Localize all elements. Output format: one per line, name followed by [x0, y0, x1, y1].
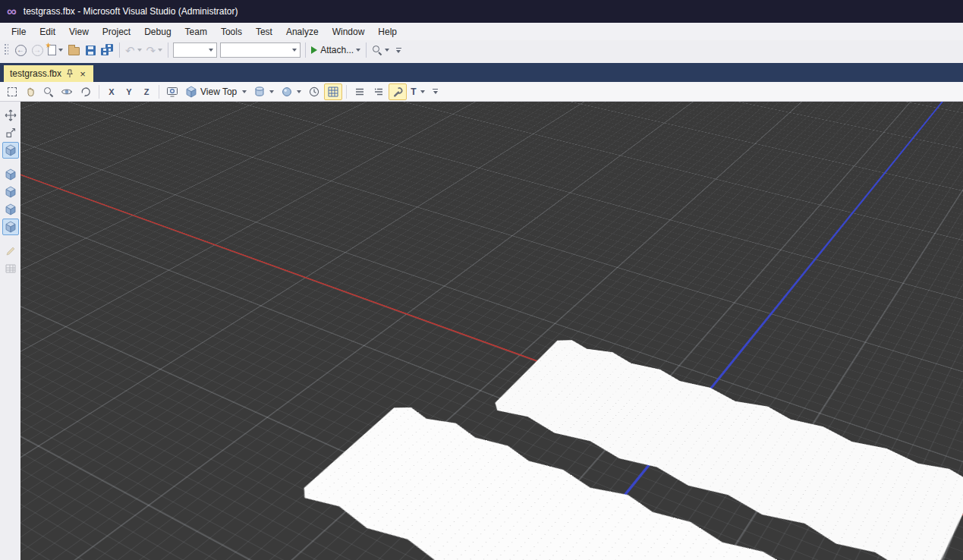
- indent-list-button[interactable]: [370, 83, 388, 100]
- chevron-down-icon: [356, 49, 360, 52]
- ground-grid: [20, 102, 963, 161]
- menu-project[interactable]: Project: [96, 23, 137, 40]
- vs-window: ∞ testgrass.fbx - Microsoft Visual Studi…: [0, 0, 963, 560]
- view-cube-perspective-icon: [5, 221, 17, 233]
- menu-analyze[interactable]: Analyze: [279, 23, 326, 40]
- advanced-settings-button[interactable]: [389, 83, 407, 100]
- chevron-down-icon: [269, 90, 274, 93]
- modelbar-overflow-button[interactable]: [430, 83, 441, 100]
- nav-back-button[interactable]: ←: [12, 42, 29, 58]
- view-cube-left-button[interactable]: [2, 201, 19, 218]
- view-cube-perspective-button[interactable]: [2, 219, 19, 235]
- view-orientation-dropdown[interactable]: View Top: [182, 83, 250, 100]
- text-tool-dropdown[interactable]: T: [408, 83, 427, 100]
- close-tab-button[interactable]: ×: [78, 69, 87, 79]
- toolbar-separator: [168, 42, 168, 58]
- view-cube-back-button[interactable]: [2, 184, 19, 200]
- outline-list-button[interactable]: [351, 83, 369, 100]
- rotate-y-button[interactable]: Y: [121, 83, 137, 100]
- find-icon: [372, 45, 382, 55]
- chevron-down-icon: [292, 49, 297, 52]
- orbit-tool-button[interactable]: [2, 142, 19, 159]
- orbit-tool-icon: [5, 144, 17, 156]
- scale-tool-button[interactable]: [2, 124, 19, 141]
- solution-config-combobox[interactable]: [173, 42, 217, 58]
- menu-test[interactable]: Test: [249, 23, 279, 40]
- menu-bar: File Edit View Project Debug Team Tools …: [0, 23, 963, 40]
- playback-button[interactable]: [305, 83, 323, 100]
- menu-help[interactable]: Help: [371, 23, 404, 40]
- view-cube-front-button[interactable]: [2, 166, 19, 183]
- menu-file[interactable]: File: [5, 23, 33, 40]
- nav-forward-icon: →: [32, 45, 43, 56]
- find-dropdown-button[interactable]: [370, 42, 392, 58]
- rotate-view-button[interactable]: [77, 83, 95, 100]
- tab-testgrass-fbx[interactable]: testgrass.fbx ×: [4, 65, 93, 82]
- viewport-canvas[interactable]: [20, 102, 963, 560]
- pan-hand-icon: [24, 86, 36, 98]
- chevron-down-icon: [209, 49, 213, 52]
- toolbar-separator: [159, 85, 159, 99]
- redo-button[interactable]: ↷: [144, 42, 165, 58]
- toolbar-grip-handle[interactable]: [5, 44, 8, 56]
- toolbar-overflow-button[interactable]: [393, 42, 404, 58]
- wrench-icon: [392, 86, 404, 98]
- undo-icon: ↶: [125, 45, 135, 56]
- pin-tab-button[interactable]: [66, 69, 74, 78]
- render-mode-dropdown[interactable]: [278, 83, 304, 100]
- attach-label: Attach...: [320, 45, 354, 55]
- grid-settings-button[interactable]: [2, 260, 19, 277]
- undo-button[interactable]: ↶: [123, 42, 144, 58]
- rotate-x-button[interactable]: X: [103, 83, 120, 100]
- menu-view[interactable]: View: [62, 23, 96, 40]
- menu-team[interactable]: Team: [178, 23, 214, 40]
- save-all-button[interactable]: [99, 42, 116, 58]
- axis-z-label: Z: [144, 87, 149, 96]
- chevron-down-icon: [420, 90, 425, 93]
- attach-debugger-button[interactable]: Attach...: [309, 42, 363, 58]
- shading-mode-dropdown[interactable]: [250, 83, 277, 100]
- rotate-view-icon: [80, 86, 92, 98]
- scale-tool-icon: [5, 127, 17, 139]
- translate-tool-button[interactable]: [2, 107, 19, 124]
- redo-icon: ↷: [146, 45, 156, 56]
- editor-content: [0, 102, 963, 560]
- axis-y-label: Y: [126, 87, 131, 96]
- toolbar-separator: [366, 42, 367, 58]
- view-orientation-label: View Top: [200, 87, 237, 97]
- menu-window[interactable]: Window: [326, 23, 372, 40]
- frame-selection-button[interactable]: [163, 83, 181, 100]
- new-file-dropdown-button[interactable]: [46, 42, 65, 58]
- menu-edit[interactable]: Edit: [33, 23, 62, 40]
- toolbar-separator: [99, 85, 99, 99]
- translate-tool-icon: [5, 109, 17, 121]
- rotate-z-button[interactable]: Z: [138, 83, 155, 100]
- tab-label: testgrass.fbx: [10, 68, 61, 79]
- zoom-button[interactable]: [40, 83, 57, 100]
- toolbar-separator: [305, 42, 306, 58]
- chevron-down-icon: [58, 49, 63, 52]
- open-file-button[interactable]: [65, 42, 82, 58]
- chevron-down-icon: [137, 49, 142, 52]
- pan-button[interactable]: [21, 83, 39, 100]
- zoom-icon: [43, 87, 54, 97]
- nav-forward-button[interactable]: →: [29, 42, 46, 58]
- save-button[interactable]: [82, 42, 99, 58]
- menu-debug[interactable]: Debug: [137, 23, 178, 40]
- edit-geometry-button[interactable]: [2, 243, 19, 260]
- solution-platform-combobox[interactable]: [220, 42, 301, 58]
- visual-studio-logo-icon: ∞: [7, 5, 17, 18]
- nav-back-icon: ←: [15, 45, 27, 56]
- overflow-icon: [433, 89, 438, 90]
- new-file-icon: [48, 45, 56, 55]
- menu-tools[interactable]: Tools: [214, 23, 249, 40]
- grid-toggle-icon: [327, 86, 339, 98]
- open-file-icon: [68, 47, 80, 55]
- grid-toggle-button[interactable]: [324, 83, 342, 100]
- frame-selection-icon: [166, 86, 178, 98]
- orbit-button[interactable]: [58, 83, 76, 100]
- view-cube-left-icon: [5, 203, 17, 216]
- marquee-select-button[interactable]: [4, 83, 20, 100]
- toolbar-overflow-icon: [396, 48, 401, 49]
- render-mode-icon: [281, 86, 293, 98]
